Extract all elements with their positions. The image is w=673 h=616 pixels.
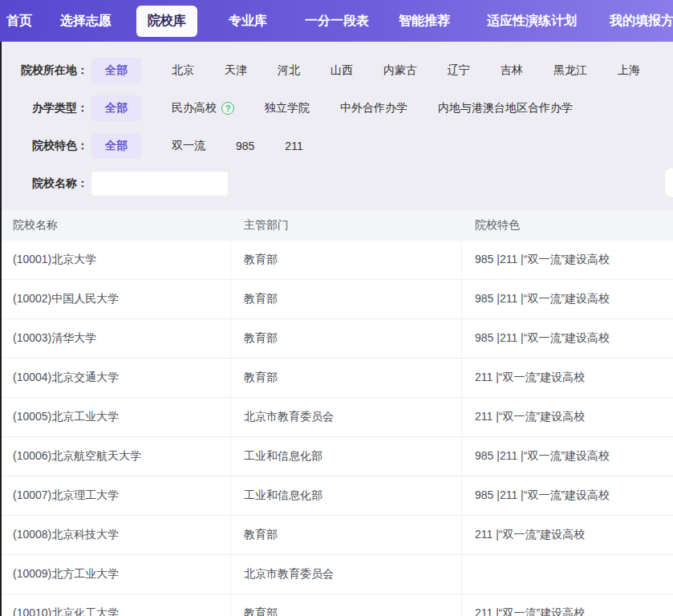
filter-row-location: 院校所在地： 全部北京天津河北山西内蒙古辽宁吉林黑龙江上海: [0, 53, 673, 88]
filter-options-school-type: 全部民办高校?独立学院中外合作办学内地与港澳台地区合作办学: [88, 95, 573, 121]
filter-option-全部[interactable]: 全部: [91, 58, 141, 83]
feature-cell: 211 |“双一流”建设高校: [462, 516, 673, 554]
college-table: 院校名称主管部门院校特色 (10001)北京大学教育部985 |211 |“双一…: [0, 210, 673, 616]
filter-option-211[interactable]: 211: [285, 140, 302, 152]
college-name-cell: (10007)北京理工大学: [0, 476, 231, 515]
filter-option-内地与港澳台地区合作办学[interactable]: 内地与港澳台地区合作办学: [438, 101, 573, 116]
table-row[interactable]: (10003)清华大学教育部985 |211 |“双一流”建设高校: [0, 319, 673, 359]
filter-option-吉林[interactable]: 吉林: [501, 63, 523, 78]
table-row[interactable]: (10007)北京理工大学工业和信息化部985 |211 |“双一流”建设高校: [0, 476, 673, 516]
filter-option-全部[interactable]: 全部: [91, 95, 141, 121]
department-cell: 工业和信息化部: [231, 437, 462, 476]
nav-tab-my-application-plan[interactable]: 我的填报方案: [610, 13, 673, 30]
filter-row-feature: 院校特色： 全部双一流985211: [0, 128, 673, 164]
top-navbar: 首页选择志愿院校库专业库一分一段表智能推荐适应性演练计划我的填报方案: [0, 0, 673, 42]
table-row[interactable]: (10005)北京工业大学北京市教育委员会211 |“双一流”建设高校: [0, 398, 673, 437]
feature-cell: 985 |211 |“双一流”建设高校: [462, 241, 673, 279]
college-name-cell: (10005)北京工业大学: [0, 398, 231, 436]
table-row[interactable]: (10006)北京航空航天大学工业和信息化部985 |211 |“双一流”建设高…: [0, 437, 673, 476]
department-cell: 教育部: [231, 241, 462, 279]
filter-option-上海[interactable]: 上海: [618, 63, 640, 78]
feature-cell: 211 |“双一流”建设高校: [462, 594, 673, 616]
table-header-cell: 院校名称: [0, 210, 231, 241]
table-row[interactable]: (10010)北京化工大学教育部211 |“双一流”建设高校: [0, 594, 673, 616]
filter-row-school-type: 办学类型： 全部民办高校?独立学院中外合作办学内地与港澳台地区合作办学: [0, 91, 673, 126]
feature-cell: 985 |211 |“双一流”建设高校: [462, 319, 673, 358]
filter-option-河北[interactable]: 河北: [278, 63, 300, 78]
department-cell: 北京市教育委员会: [231, 398, 462, 436]
filter-option-民办高校[interactable]: 民办高校?: [172, 101, 234, 116]
filter-option-独立学院[interactable]: 独立学院: [265, 101, 310, 116]
window-left-edge: [0, 42, 2, 616]
feature-cell: 985 |211 |“双一流”建设高校: [462, 280, 673, 318]
table-row[interactable]: (10008)北京科技大学教育部211 |“双一流”建设高校: [0, 516, 673, 555]
filter-option-北京[interactable]: 北京: [172, 63, 194, 78]
filter-option-双一流[interactable]: 双一流: [172, 139, 205, 153]
feature-cell: 985 |211 |“双一流”建设高校: [462, 437, 673, 476]
filter-option-内蒙古[interactable]: 内蒙古: [383, 63, 417, 78]
department-cell: 教育部: [231, 280, 462, 318]
filter-panel: 院校所在地： 全部北京天津河北山西内蒙古辽宁吉林黑龙江上海 办学类型： 全部民办…: [0, 42, 673, 210]
feature-cell: [462, 555, 673, 594]
table-body: (10001)北京大学教育部985 |211 |“双一流”建设高校(10002)…: [0, 241, 673, 616]
college-name-cell: (10008)北京科技大学: [0, 516, 231, 554]
college-name-input[interactable]: [91, 172, 228, 196]
filter-option-天津[interactable]: 天津: [225, 63, 247, 78]
department-cell: 教育部: [231, 319, 462, 358]
college-name-cell: (10010)北京化工大学: [0, 594, 231, 616]
table-row[interactable]: (10002)中国人民大学教育部985 |211 |“双一流”建设高校: [0, 280, 673, 319]
filter-option-辽宁[interactable]: 辽宁: [448, 63, 470, 78]
filter-options-location: 全部北京天津河北山西内蒙古辽宁吉林黑龙江上海: [88, 58, 640, 83]
filter-option-全部[interactable]: 全部: [91, 133, 141, 159]
nav-tab-major-library[interactable]: 专业库: [229, 13, 267, 30]
department-cell: 北京市教育委员会: [231, 555, 462, 594]
table-row[interactable]: (10001)北京大学教育部985 |211 |“双一流”建设高校: [0, 241, 673, 280]
feature-cell: 211 |“双一流”建设高校: [462, 398, 673, 436]
filter-option-985[interactable]: 985: [236, 140, 254, 152]
filter-row-name: 院校名称：: [0, 166, 673, 201]
table-header-cell: 主管部门: [231, 210, 462, 241]
nav-tab-score-rank-table[interactable]: 一分一段表: [305, 13, 369, 30]
search-button[interactable]: [665, 168, 673, 197]
nav-tab-smart-recommend[interactable]: 智能推荐: [399, 13, 450, 30]
college-name-cell: (10002)中国人民大学: [0, 280, 231, 318]
nav-tab-choose-volunteer[interactable]: 选择志愿: [60, 13, 111, 30]
table-row[interactable]: (10004)北京交通大学教育部211 |“双一流”建设高校: [0, 359, 673, 398]
college-name-cell: (10006)北京航空航天大学: [0, 437, 231, 476]
table-row[interactable]: (10009)北方工业大学北京市教育委员会: [0, 555, 673, 594]
table-header-cell: 院校特色: [462, 210, 673, 241]
college-name-cell: (10003)清华大学: [0, 319, 231, 358]
nav-tab-home[interactable]: 首页: [6, 13, 32, 30]
nav-tab-college-library[interactable]: 院校库: [136, 6, 197, 37]
college-name-cell: (10009)北方工业大学: [0, 555, 231, 594]
department-cell: 教育部: [231, 516, 462, 554]
filter-option-山西[interactable]: 山西: [330, 63, 353, 78]
department-cell: 教育部: [231, 359, 462, 397]
help-question-icon[interactable]: ?: [221, 102, 234, 115]
filter-options-feature: 全部双一流985211: [88, 133, 303, 159]
filter-option-黑龙江[interactable]: 黑龙江: [553, 63, 587, 78]
table-header-row: 院校名称主管部门院校特色: [0, 210, 673, 241]
nav-tab-adaptive-drill-plan[interactable]: 适应性演练计划: [487, 13, 577, 30]
feature-cell: 985 |211 |“双一流”建设高校: [462, 476, 673, 515]
college-name-cell: (10004)北京交通大学: [0, 359, 231, 397]
filter-label-feature: 院校特色：: [0, 139, 88, 153]
filter-label-school-type: 办学类型：: [0, 101, 88, 116]
college-name-cell: (10001)北京大学: [0, 241, 231, 279]
feature-cell: 211 |“双一流”建设高校: [462, 359, 673, 397]
department-cell: 工业和信息化部: [231, 476, 462, 515]
filter-label-location: 院校所在地：: [0, 63, 88, 78]
department-cell: 教育部: [231, 594, 462, 616]
filter-label-name: 院校名称：: [0, 176, 88, 191]
filter-option-中外合作办学[interactable]: 中外合作办学: [340, 101, 407, 116]
